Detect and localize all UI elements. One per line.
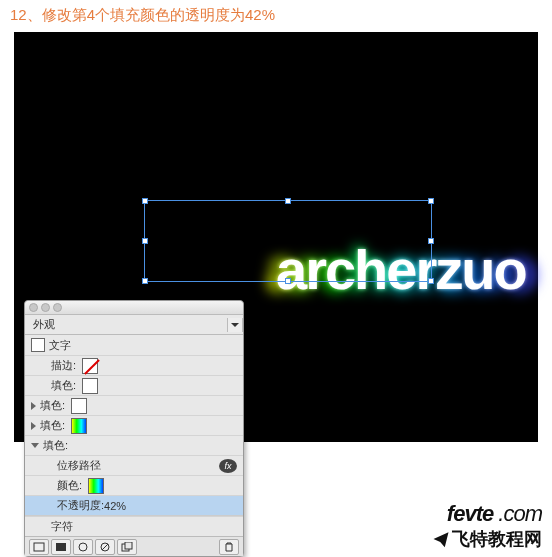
appearance-sub-offset-path[interactable]: 位移路径 fx	[25, 455, 243, 475]
panel-menu-button[interactable]	[227, 318, 243, 332]
paper-plane-icon	[432, 530, 450, 548]
color-swatch-gradient[interactable]	[88, 478, 104, 494]
svg-line-4	[102, 544, 108, 550]
flyout-icon	[231, 321, 239, 329]
appearance-row-fill-2[interactable]: 填色:	[25, 395, 243, 415]
appearance-row-fill-1[interactable]: 填色:	[25, 375, 243, 395]
watermark-cn: 飞特教程网	[432, 527, 542, 551]
window-zoom-button[interactable]	[53, 303, 62, 312]
step-number: 12、	[10, 6, 42, 23]
appearance-row-fill-3[interactable]: 填色:	[25, 415, 243, 435]
delete-button[interactable]	[219, 539, 239, 555]
appearance-row-fill-4[interactable]: 填色:	[25, 435, 243, 455]
opacity-label: 不透明度:	[57, 498, 104, 513]
fill-swatch-white[interactable]	[82, 378, 98, 394]
new-fill-button[interactable]	[51, 539, 71, 555]
resize-handle[interactable]	[142, 198, 148, 204]
instruction-text: 12、修改第4个填充颜色的透明度为42%	[0, 0, 552, 31]
resize-handle[interactable]	[142, 278, 148, 284]
resize-handle[interactable]	[142, 238, 148, 244]
fill-swatch-white[interactable]	[71, 398, 87, 414]
fill-label: 填色:	[51, 378, 76, 393]
svg-point-2	[79, 543, 87, 551]
fill-swatch-gradient[interactable]	[71, 418, 87, 434]
appearance-row-type[interactable]: 文字	[25, 335, 243, 355]
filled-square-icon	[55, 542, 67, 552]
trash-icon	[224, 542, 234, 552]
appearance-panel[interactable]: 外观 文字 描边: 填色: 填色: 填色:	[24, 300, 244, 557]
watermark: fevte .com 飞特教程网	[432, 501, 542, 551]
duplicate-icon	[121, 542, 133, 552]
opacity-value: 42%	[104, 500, 126, 512]
fill-label: 填色:	[43, 438, 68, 453]
svg-rect-0	[34, 543, 44, 551]
appearance-sub-opacity[interactable]: 不透明度:42%	[25, 495, 243, 515]
svg-rect-6	[125, 542, 132, 549]
appearance-row-stroke[interactable]: 描边:	[25, 355, 243, 375]
fill-label: 填色:	[40, 418, 65, 433]
window-close-button[interactable]	[29, 303, 38, 312]
svg-rect-1	[56, 543, 66, 551]
circle-icon	[78, 542, 88, 552]
instruction-body: 修改第4个填充颜色的透明度为42%	[42, 6, 275, 23]
panel-body: 文字 描边: 填色: 填色: 填色: 填色: 位移路径 fx	[25, 335, 243, 536]
fx-badge-icon[interactable]: fx	[219, 459, 237, 473]
clear-appearance-button[interactable]	[95, 539, 115, 555]
type-swatch	[31, 338, 45, 352]
panel-tabs: 外观	[25, 315, 243, 335]
appearance-row-characters[interactable]: 字符	[25, 516, 243, 536]
stroke-swatch-none[interactable]	[82, 358, 98, 374]
new-stroke-button[interactable]	[29, 539, 49, 555]
selection-bounding-box[interactable]	[144, 200, 432, 282]
add-effect-button[interactable]	[73, 539, 93, 555]
fill-label: 填色:	[40, 398, 65, 413]
color-label: 颜色:	[57, 478, 82, 493]
watermark-url: fevte .com	[432, 501, 542, 527]
characters-label: 字符	[51, 519, 73, 534]
resize-handle[interactable]	[285, 198, 291, 204]
resize-handle[interactable]	[428, 238, 434, 244]
offset-path-label: 位移路径	[57, 458, 101, 473]
window-minimize-button[interactable]	[41, 303, 50, 312]
tab-appearance[interactable]: 外观	[25, 315, 63, 334]
panel-footer	[25, 536, 243, 556]
stroke-label: 描边:	[51, 358, 76, 373]
square-icon	[33, 542, 45, 552]
no-circle-icon	[100, 542, 110, 552]
panel-titlebar[interactable]	[25, 301, 243, 315]
resize-handle[interactable]	[285, 278, 291, 284]
disclosure-triangle-icon[interactable]	[31, 402, 36, 410]
duplicate-button[interactable]	[117, 539, 137, 555]
disclosure-triangle-down-icon[interactable]	[31, 443, 39, 448]
type-label: 文字	[49, 338, 71, 353]
appearance-sub-color[interactable]: 颜色:	[25, 475, 243, 495]
disclosure-triangle-icon[interactable]	[31, 422, 36, 430]
resize-handle[interactable]	[428, 198, 434, 204]
resize-handle[interactable]	[428, 278, 434, 284]
